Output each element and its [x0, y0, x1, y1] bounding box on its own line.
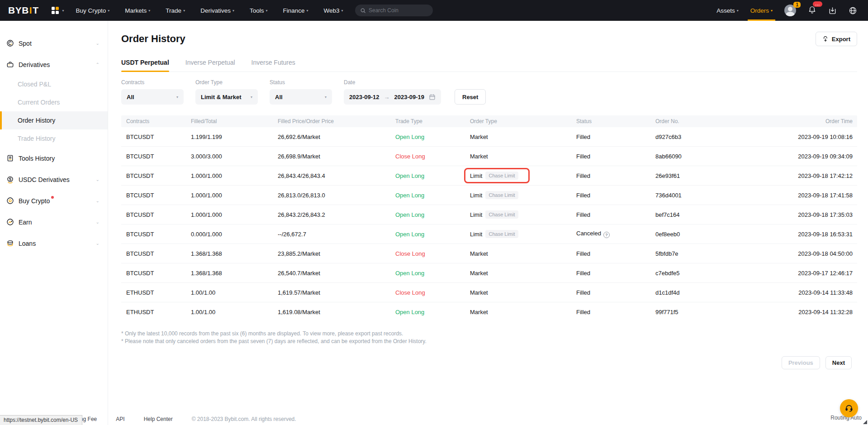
sidebar-item-loans[interactable]: Loans ⌄ [0, 233, 108, 254]
order-type-wrap: Market [470, 270, 488, 277]
order-type-value: Limit [470, 231, 482, 238]
chevron-down-icon: ▾ [176, 95, 178, 99]
orders-table: ContractsFilled/TotalFilled Price/Order … [121, 115, 857, 322]
sidebar-item-label: Closed P&L [18, 81, 51, 88]
nav-finance[interactable]: Finance ▾ [283, 7, 308, 14]
cell-contracts: BTCUSDT [126, 211, 191, 218]
cell-filled-total: 1.00/1.00 [191, 309, 278, 315]
next-page-button[interactable]: Next [825, 356, 852, 369]
order-type-wrap: Market [470, 134, 488, 140]
tab-inverse-perpetual[interactable]: Inverse Perpetual [185, 59, 235, 72]
cell-order-type: Market [470, 270, 576, 277]
nav-tools[interactable]: Tools ▾ [250, 7, 268, 14]
notification-dot [51, 196, 54, 199]
table-row: BTCUSDT1.000/1.00026,813.0/26,813.0Open … [121, 186, 857, 205]
sidebar-item-earn[interactable]: Earn ⌄ [0, 211, 108, 233]
sidebar-item-label: Derivatives [19, 61, 50, 68]
nav-orders[interactable]: Orders▾ [750, 0, 773, 21]
cell-contracts: BTCUSDT [126, 231, 191, 238]
language-button[interactable] [849, 6, 857, 15]
nav-label: Derivatives [200, 7, 231, 14]
nav-trade[interactable]: Trade ▾ [166, 7, 185, 14]
buy-crypto-icon [6, 197, 14, 205]
order-type-value: Market [470, 134, 488, 140]
sidebar-item-tools-history[interactable]: Tools History [0, 148, 108, 169]
cell-contracts: ETHUSDT [126, 289, 191, 296]
tab-inverse-futures[interactable]: Inverse Futures [251, 59, 295, 72]
download-button[interactable] [828, 6, 837, 15]
order-type-filter-select[interactable]: Limit & Market ▾ [195, 89, 258, 105]
nav-assets[interactable]: Assets▾ [716, 0, 739, 21]
order-type-value: Market [470, 289, 488, 296]
footer-link-api[interactable]: API [116, 416, 124, 422]
tab-usdt-perpetual[interactable]: USDT Perpetual [121, 59, 169, 72]
logo-text: BYB [8, 5, 29, 16]
calendar-icon [429, 94, 436, 100]
order-type-wrap: LimitChase Limit [470, 230, 518, 238]
help-icon[interactable]: ? [603, 232, 610, 238]
order-type-value: Market [470, 250, 488, 257]
status-filter-label: Status [270, 79, 332, 86]
nav-label: Finance [283, 7, 304, 14]
cell-filled-total: 1.199/1.199 [191, 134, 278, 140]
nav-web3[interactable]: Web3 ▾ [324, 7, 343, 14]
sidebar-item-label: Buy Crypto [19, 197, 50, 205]
support-chat-button[interactable] [840, 399, 858, 417]
apps-grid-button[interactable]: ▾ [52, 7, 64, 14]
sidebar-item-label: USDC Derivatives [19, 176, 70, 183]
sidebar-item-closed-pnl[interactable]: Closed P&L [0, 75, 108, 93]
cell-order-time: 2023-09-18 16:53:31 [764, 231, 853, 238]
sidebar-item-spot[interactable]: Spot ⌄ [0, 33, 108, 54]
sidebar-item-usdc-derivatives[interactable]: USDC Derivatives ⌄ [0, 169, 108, 190]
date-range-picker[interactable]: 2023-09-12 → 2023-09-19 [344, 89, 441, 105]
status-value: Canceled [576, 230, 601, 237]
cell-contracts: BTCUSDT [126, 270, 191, 277]
cell-filled-total: 1.368/1.368 [191, 250, 278, 257]
tab-bar: USDT PerpetualInverse PerpetualInverse F… [121, 59, 857, 72]
table-footnotes: * Only the latest 10,000 records from th… [121, 330, 857, 345]
nav-label: Web3 [324, 7, 340, 14]
sidebar-item-current-orders[interactable]: Current Orders [0, 93, 108, 111]
bybit-logo[interactable]: BYBIT [8, 5, 39, 16]
order-type-wrap: LimitChase Limit [470, 210, 518, 219]
link-url-statusbar: https://testnet.bybit.com/en-US [0, 415, 82, 425]
user-avatar[interactable]: 1 [784, 5, 796, 16]
nav-buy-crypto[interactable]: Buy Crypto ▾ [76, 7, 110, 14]
sidebar-item-label: Loans [19, 240, 36, 247]
sidebar-item-buy-crypto[interactable]: Buy Crypto ⌄ [0, 190, 108, 211]
table-body: BTCUSDT1.199/1.19926,692.6/MarketOpen Lo… [121, 127, 857, 322]
chevron-down-icon: ▾ [325, 95, 327, 99]
cell-contracts: BTCUSDT [126, 250, 191, 257]
chevron-down-icon: ▾ [307, 9, 308, 13]
order-type-filter-value: Limit & Market [201, 94, 242, 100]
nav-markets[interactable]: Markets ▾ [125, 7, 150, 14]
order-type-value: Limit [470, 192, 482, 199]
date-from-value: 2023-09-12 [349, 94, 379, 100]
table-row: BTCUSDT1.368/1.36823,885.2/MarketClose L… [121, 244, 857, 263]
orders-label: Orders [750, 7, 769, 14]
resize-handle[interactable] [863, 420, 867, 424]
contracts-filter-select[interactable]: All ▾ [121, 89, 184, 105]
sidebar: Spot ⌄ Derivatives ⌃ Closed P&L Current … [0, 21, 108, 425]
sidebar-item-trade-history[interactable]: Trade History [0, 129, 108, 148]
table-row: ETHUSDT1.00/1.001,619.57/MarketClose Lon… [121, 283, 857, 302]
chevron-up-icon: ⌃ [96, 62, 100, 67]
globe-icon [849, 6, 857, 15]
order-type-value: Market [470, 309, 488, 315]
chevron-down-icon: ⌄ [96, 220, 100, 224]
export-button[interactable]: Export [816, 32, 857, 46]
sidebar-item-derivatives[interactable]: Derivatives ⌃ [0, 54, 108, 75]
cell-order-no: d927c6b3 [655, 134, 764, 140]
nav-derivatives[interactable]: Derivatives ▾ [200, 7, 234, 14]
cell-order-no: bef7c164 [655, 211, 764, 218]
reset-button[interactable]: Reset [455, 89, 486, 105]
status-filter-select[interactable]: All ▾ [270, 89, 332, 105]
chase-limit-tag: Chase Limit [485, 191, 518, 199]
status-value: Filled [576, 211, 590, 218]
search-input[interactable] [369, 7, 427, 14]
footer-link-help-center[interactable]: Help Center [144, 416, 173, 422]
notifications-button[interactable]: ... [808, 5, 816, 16]
sidebar-item-order-history[interactable]: Order History [0, 111, 108, 129]
previous-page-button[interactable]: Previous [782, 356, 820, 369]
coin-search-box[interactable] [355, 5, 433, 16]
